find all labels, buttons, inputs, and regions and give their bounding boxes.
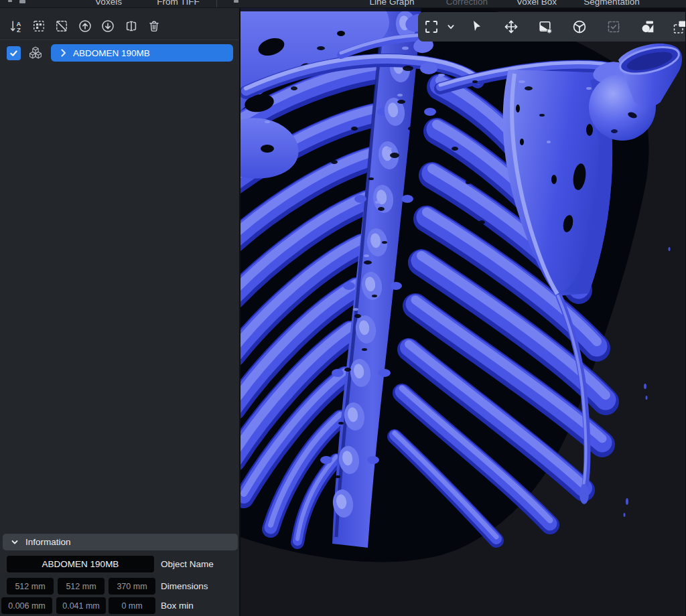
pointer-icon[interactable] bbox=[468, 18, 486, 35]
information-title: Information bbox=[25, 537, 71, 547]
top-tab-bar: Voxels From TIFF Line Graph Correction V… bbox=[0, 0, 686, 8]
move-tool-icon[interactable] bbox=[502, 18, 520, 35]
collapse-chevron-icon bbox=[11, 538, 19, 546]
object-name-label: Object Name bbox=[161, 556, 214, 572]
dimensions-label: Dimensions bbox=[161, 578, 208, 595]
box-min-label: Box min bbox=[161, 597, 194, 614]
object-list-panel: A Z bbox=[0, 8, 239, 616]
dimension-y-field: 512 mm bbox=[58, 578, 105, 595]
voxel-volume-icon bbox=[27, 46, 44, 62]
fit-view-icon[interactable] bbox=[423, 18, 440, 35]
box-min-y-field: 0.041 mm bbox=[56, 597, 106, 614]
object-name-field[interactable]: ABDOMEN 190MB bbox=[7, 556, 154, 572]
view-options-chevron-icon[interactable] bbox=[442, 18, 460, 35]
tab-from-tiff[interactable]: From TIFF bbox=[157, 0, 200, 7]
cropped-glyph bbox=[8, 0, 12, 2]
box-min-row: 0.006 mm 0.041 mm 0 mm Box min bbox=[0, 597, 239, 615]
skeleton-volume-render bbox=[241, 8, 685, 616]
list-divider bbox=[0, 40, 239, 40]
tab-voxel-box[interactable]: Voxel Box bbox=[517, 0, 557, 7]
tabbar-divider bbox=[216, 0, 217, 8]
tab-correction: Correction bbox=[446, 0, 488, 7]
tab-line-graph[interactable]: Line Graph bbox=[370, 0, 415, 7]
list-toolbar: A Z bbox=[0, 15, 239, 40]
tab-voxels[interactable]: Voxels bbox=[95, 0, 122, 7]
visibility-checkbox[interactable] bbox=[7, 46, 21, 60]
object-item-label: ABDOMEN 190MB bbox=[73, 48, 150, 58]
object-item-abdomen[interactable]: ABDOMEN 190MB bbox=[51, 44, 233, 62]
dimensions-row: 512 mm 512 mm 370 mm Dimensions bbox=[0, 578, 239, 595]
object-name-row: ABDOMEN 190MB Object Name bbox=[0, 556, 239, 573]
cropped-glyph bbox=[234, 0, 238, 3]
shapes-icon[interactable] bbox=[639, 18, 657, 35]
sort-az-icon[interactable]: A Z bbox=[7, 16, 27, 36]
cropped-glyph bbox=[19, 0, 25, 3]
tab-segmentation[interactable]: Segmentation bbox=[584, 0, 639, 7]
object-list-row: ABDOMEN 190MB bbox=[0, 44, 239, 65]
delete-icon[interactable] bbox=[144, 16, 164, 36]
move-down-icon[interactable] bbox=[98, 16, 118, 36]
orientation-wheel-icon[interactable] bbox=[571, 18, 588, 35]
viewport-toolbar bbox=[418, 12, 685, 42]
information-header[interactable]: Information bbox=[3, 534, 238, 550]
deselect-all-icon[interactable] bbox=[52, 16, 72, 36]
render-settings-icon[interactable] bbox=[537, 18, 554, 35]
clip-box-icon[interactable] bbox=[671, 18, 685, 35]
select-all-icon[interactable] bbox=[29, 16, 49, 36]
box-select-icon bbox=[605, 18, 622, 35]
dimension-z-field: 370 mm bbox=[109, 578, 155, 595]
expand-chevron-icon[interactable] bbox=[61, 49, 66, 57]
rename-icon[interactable] bbox=[121, 16, 141, 36]
move-up-icon[interactable] bbox=[75, 16, 95, 36]
box-min-x-field: 0.006 mm bbox=[1, 597, 52, 614]
dimension-x-field: 512 mm bbox=[7, 578, 54, 595]
box-min-z-field: 0 mm bbox=[109, 597, 155, 614]
svg-text:Z: Z bbox=[17, 26, 21, 33]
app-window: Voxels From TIFF Line Graph Correction V… bbox=[0, 0, 686, 616]
3d-viewport[interactable] bbox=[241, 8, 685, 616]
